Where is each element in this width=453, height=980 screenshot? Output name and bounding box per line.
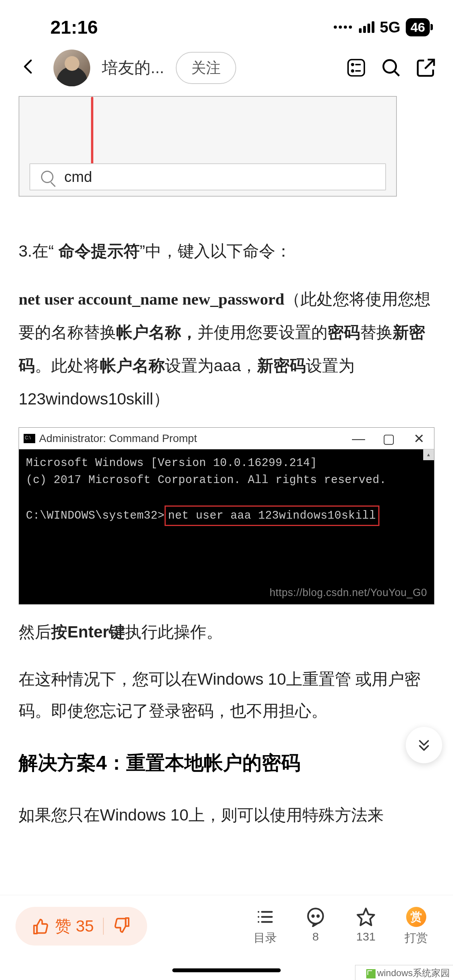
- svg-point-1: [352, 64, 353, 66]
- article-content: cmd 3.在“ 命令提示符”中，键入以下命令： net user accoun…: [0, 96, 453, 831]
- author-name[interactable]: 培友的...: [102, 57, 164, 79]
- svg-point-5: [383, 60, 396, 73]
- svg-point-3: [352, 70, 353, 72]
- search-text: cmd: [64, 169, 92, 185]
- signal-dots-icon: [334, 26, 352, 29]
- comments-button[interactable]: 8: [294, 907, 337, 943]
- dislike-button[interactable]: [113, 917, 131, 936]
- screenshot-command-prompt: Administrator: Command Prompt — ▢ ✕ ▴ Mi…: [19, 427, 434, 605]
- back-button[interactable]: [15, 55, 42, 81]
- like-dislike-cluster: 赞 35: [15, 907, 147, 946]
- highlighted-command: net user aaa 123windows10skill: [165, 505, 379, 526]
- command-description: net user account_name new_password（此处您将使…: [19, 283, 434, 416]
- signal-bars-icon: [359, 21, 374, 33]
- image-watermark: https://blog.csdn.net/YouYou_G0: [269, 585, 427, 601]
- svg-point-16: [317, 915, 319, 917]
- svg-line-6: [395, 71, 399, 76]
- window-controls: — ▢ ✕: [343, 428, 434, 449]
- status-bar: 21:16 5G 46: [0, 0, 453, 43]
- svg-marker-17: [357, 908, 374, 925]
- author-avatar[interactable]: [53, 50, 90, 86]
- like-button[interactable]: 赞 35: [32, 915, 94, 937]
- cutoff-paragraph: 如果您只在Windows 10上，则可以使用特殊方法来: [19, 799, 434, 831]
- cmd-window-title: Administrator: Command Prompt: [39, 432, 197, 445]
- header-nav: 培友的... 关注: [0, 43, 453, 93]
- list-view-icon[interactable]: [345, 56, 368, 79]
- windows-logo-icon: [366, 969, 376, 978]
- svg-line-7: [425, 60, 433, 69]
- follow-button[interactable]: 关注: [176, 52, 236, 84]
- svg-rect-0: [348, 60, 364, 76]
- scroll-down-fab[interactable]: [406, 727, 442, 763]
- minimize-icon: —: [343, 428, 374, 449]
- windows-search-box: cmd: [29, 163, 386, 190]
- status-right: 5G 46: [334, 18, 430, 36]
- svg-point-14: [308, 908, 323, 923]
- screenshot-cmd-search: cmd: [19, 96, 397, 197]
- toc-button[interactable]: 目录: [244, 907, 287, 946]
- press-enter-note: 然后按Enter键执行此操作。: [19, 616, 434, 648]
- favorite-button[interactable]: 131: [345, 907, 387, 943]
- cmd-window-icon: [24, 434, 35, 443]
- solution4-heading: 解决方案4：重置本地帐户的密码: [19, 750, 434, 776]
- home-indicator: [172, 968, 281, 972]
- step3-intro: 3.在“ 命令提示符”中，键入以下命令：: [19, 235, 434, 267]
- battery-indicator: 46: [406, 18, 430, 36]
- close-icon: ✕: [404, 428, 434, 449]
- search-icon: [41, 171, 53, 183]
- maximize-icon: ▢: [374, 428, 404, 449]
- svg-point-15: [312, 915, 314, 917]
- network-label: 5G: [380, 19, 400, 36]
- reward-button[interactable]: 赏 打赏: [395, 907, 438, 946]
- search-icon[interactable]: [379, 56, 403, 79]
- reward-icon: 赏: [406, 907, 426, 927]
- annotation-red-line: [91, 97, 93, 165]
- reset-note: 在这种情况下，您可以在Windows 10上重置管 或用户密码。即使您忘记了登录…: [19, 663, 434, 727]
- open-external-icon[interactable]: [414, 56, 438, 79]
- divider: [103, 918, 104, 935]
- cmd-output: ▴ Microsoft Windows [Version 10.0.16299.…: [19, 449, 434, 604]
- status-time: 21:16: [50, 17, 98, 38]
- cmd-window-titlebar: Administrator: Command Prompt — ▢ ✕: [19, 428, 434, 449]
- scrollbar-up: ▴: [423, 449, 434, 460]
- site-watermark: windows系统家园: [355, 965, 453, 980]
